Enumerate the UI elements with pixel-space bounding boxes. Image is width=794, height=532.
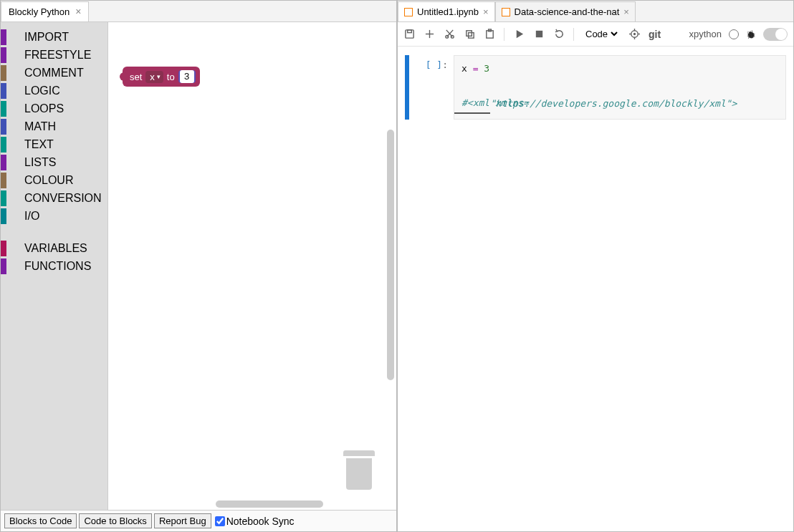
code-to-blocks-button[interactable]: Code to Blocks — [79, 513, 151, 528]
report-bug-button[interactable]: Report Bug — [154, 513, 211, 528]
copy-icon[interactable] — [464, 29, 475, 40]
category-color-swatch — [1, 65, 6, 81]
toolbox-category-math[interactable]: MATH — [1, 117, 107, 135]
toolbox-category-i/o[interactable]: I/O — [1, 207, 107, 225]
paste-icon[interactable] — [484, 29, 495, 40]
trashcan-icon[interactable] — [343, 454, 375, 495]
blockly-body: IMPORTFREESTYLECOMMENTLOGICLOOPSMATHTEXT… — [1, 22, 396, 510]
category-color-swatch — [1, 241, 6, 256]
toggle-switch[interactable] — [763, 28, 788, 41]
category-color-swatch — [1, 119, 6, 135]
category-color-swatch — [1, 47, 6, 63]
blockly-toolbox: IMPORTFREESTYLECOMMENTLOGICLOOPSMATHTEXT… — [1, 22, 108, 510]
toolbox-category-functions[interactable]: FUNCTIONS — [1, 257, 107, 275]
close-icon[interactable]: × — [623, 6, 629, 17]
toolbox-category-comment[interactable]: COMMENT — [1, 64, 107, 82]
svg-rect-1 — [407, 30, 411, 33]
toolbox-category-freestyle[interactable]: FREESTYLE — [1, 46, 107, 64]
blockly-panel: Blockly Python × IMPORTFREESTYLECOMMENTL… — [0, 0, 397, 532]
close-icon[interactable]: × — [75, 6, 81, 17]
category-label: TEXT — [24, 138, 54, 151]
variable-dropdown[interactable]: x — [145, 71, 163, 83]
svg-rect-9 — [468, 33, 474, 39]
blocks-to-code-button[interactable]: Blocks to Code — [4, 513, 77, 528]
tab-label: Blockly Python — [9, 6, 70, 17]
svg-marker-12 — [516, 30, 522, 38]
left-tab-bar: Blockly Python × — [1, 1, 396, 22]
category-label: LOOPS — [24, 102, 64, 115]
cut-icon[interactable] — [444, 29, 455, 40]
number-slot[interactable]: 3 — [178, 70, 196, 83]
notebook-tab[interactable]: Data-science-and-the-nat× — [495, 1, 636, 21]
toolbox-category-text[interactable]: TEXT — [1, 135, 107, 153]
category-label: CONVERSION — [24, 192, 102, 205]
bug-icon[interactable] — [746, 29, 756, 39]
category-color-swatch — [1, 83, 6, 99]
category-color-swatch — [1, 137, 6, 153]
category-label: I/O — [24, 210, 39, 223]
toolbox-category-lists[interactable]: LISTS — [1, 153, 107, 171]
category-label: FREESTYLE — [24, 49, 91, 62]
category-label: MATH — [24, 120, 56, 133]
category-label: VARIABLES — [24, 242, 87, 255]
toolbox-category-import[interactable]: IMPORT — [1, 28, 107, 46]
cell-prompt: [ ]: — [422, 55, 454, 120]
category-color-swatch — [1, 190, 6, 206]
set-variable-block[interactable]: set x to 3 — [123, 67, 200, 87]
category-color-swatch — [1, 155, 6, 170]
svg-point-15 — [633, 34, 635, 35]
notebook-tab[interactable]: Untitled1.ipynb× — [398, 1, 495, 21]
svg-rect-8 — [466, 31, 472, 37]
restart-icon[interactable] — [553, 29, 565, 40]
number-input[interactable]: 3 — [180, 70, 194, 83]
category-label: COLOUR — [24, 174, 73, 187]
notebook-tab-bar: Untitled1.ipynb×Data-science-and-the-nat… — [398, 1, 793, 22]
category-label: LOGIC — [24, 84, 60, 97]
git-button[interactable]: git — [649, 29, 661, 40]
cell-editor[interactable]: x = 3 #<xml xmlns="https://developers.go… — [454, 55, 786, 120]
notebook-file-icon — [502, 8, 510, 16]
category-label: LISTS — [24, 156, 56, 169]
toolbox-category-logic[interactable]: LOGIC — [1, 82, 107, 100]
vertical-scrollbar[interactable] — [387, 130, 394, 380]
notebook-sync-checkbox[interactable] — [215, 516, 225, 526]
category-color-swatch — [1, 208, 6, 224]
target-icon[interactable] — [628, 29, 640, 40]
category-label: IMPORT — [24, 31, 69, 44]
category-color-swatch — [1, 173, 6, 188]
add-cell-icon[interactable] — [424, 29, 435, 40]
notebook-sync-label[interactable]: Notebook Sync — [215, 516, 295, 527]
toolbox-category-colour[interactable]: COLOUR — [1, 171, 107, 189]
block-to-label: to — [167, 72, 175, 82]
notebook-panel: Untitled1.ipynb×Data-science-and-the-nat… — [397, 0, 794, 532]
close-icon[interactable]: × — [483, 6, 489, 17]
blockly-workspace[interactable]: set x to 3 — [108, 22, 396, 510]
stop-icon[interactable] — [533, 29, 545, 40]
category-color-swatch — [1, 101, 6, 117]
code-cell[interactable]: [ ]: x = 3 #<xml xmlns="https://develope… — [405, 55, 786, 120]
category-label: COMMENT — [24, 67, 84, 79]
category-color-swatch — [1, 29, 6, 45]
kernel-status-icon — [729, 29, 739, 39]
blockly-bottom-bar: Blocks to Code Code to Blocks Report Bug… — [1, 510, 396, 531]
notebook-area[interactable]: [ ]: x = 3 #<xml xmlns="https://develope… — [398, 47, 793, 531]
cell-active-bar — [405, 55, 409, 120]
category-label: FUNCTIONS — [24, 260, 91, 273]
kernel-name[interactable]: xpython — [689, 29, 722, 39]
notebook-toolbar: Code git xpython — [398, 22, 793, 47]
notebook-file-icon — [404, 8, 413, 16]
category-color-swatch — [1, 258, 6, 274]
toolbox-category-conversion[interactable]: CONVERSION — [1, 189, 107, 207]
block-set-label: set — [130, 72, 142, 82]
toolbox-category-loops[interactable]: LOOPS — [1, 100, 107, 117]
horizontal-scrollbar[interactable] — [216, 500, 323, 508]
tab-label: Untitled1.ipynb — [417, 6, 479, 17]
tab-label: Data-science-and-the-nat — [515, 6, 620, 17]
tab-blockly-python[interactable]: Blockly Python × — [1, 1, 89, 21]
save-icon[interactable] — [403, 29, 415, 40]
svg-rect-13 — [535, 31, 542, 37]
toolbox-category-variables[interactable]: VARIABLES — [1, 239, 107, 257]
svg-rect-0 — [405, 30, 413, 38]
cell-type-select[interactable]: Code — [583, 28, 620, 40]
run-icon[interactable] — [513, 29, 525, 40]
